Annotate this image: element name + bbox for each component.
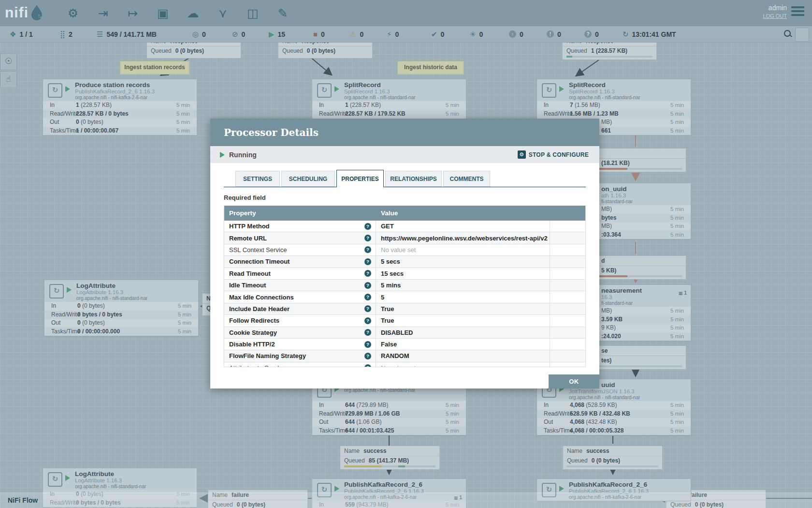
property-row[interactable]: FlowFile Naming Strategy?RANDOM <box>224 350 585 362</box>
logout-link[interactable]: LOG OUT <box>763 13 787 19</box>
help-icon[interactable]: ? <box>364 235 371 241</box>
connection-queued: 0 (0 bytes) <box>175 47 204 54</box>
processor-node[interactable]: ↻Produce station recordsPublishKafkaReco… <box>43 79 197 135</box>
property-value[interactable]: 5 <box>376 294 384 301</box>
canvas-label[interactable]: Ingest historic data <box>397 61 464 75</box>
processor-title: uuid <box>601 381 640 388</box>
stopped-icon: ■ <box>313 30 318 38</box>
status-count: 0 <box>557 30 561 38</box>
property-value[interactable]: 5 mins <box>376 282 401 289</box>
refresh-status[interactable]: ↻ 13:01:41 GMT <box>623 26 676 42</box>
processor-type: LogAttribute 1.16.3 <box>76 289 147 296</box>
property-value[interactable]: RANDOM <box>376 352 409 359</box>
help-icon[interactable]: ? <box>364 364 371 367</box>
tab-scheduling[interactable]: SCHEDULING <box>281 171 335 187</box>
processor-bundle: org.apache.nifi - nifi-standard-nar <box>76 296 147 301</box>
property-row[interactable]: SSL Context Service?No value set <box>224 244 585 256</box>
processor-type: JoltTransformJSON 1.16.3 <box>569 388 640 395</box>
nifi-drop-icon <box>30 5 43 20</box>
column-header-property: Property <box>224 209 376 217</box>
process-group-icon[interactable]: ▣ <box>156 6 170 20</box>
property-value[interactable]: True <box>376 305 394 313</box>
property-value[interactable]: GET <box>376 223 394 230</box>
tab-comments[interactable]: COMMENTS <box>443 171 490 187</box>
status-item-transmitting: ◎0 <box>192 26 206 42</box>
property-value[interactable]: https://www.pegelonline.wsv.de/webservic… <box>376 235 548 242</box>
processor-stat-row: Read/Write729.89 MB / 1.06 GB5 min <box>312 410 466 418</box>
label-icon[interactable]: ✎ <box>276 6 290 20</box>
help-icon[interactable]: ? <box>364 246 371 253</box>
property-row[interactable]: Attributes to Send?No value set <box>224 362 585 367</box>
properties-table: Property Value HTTP Method?GETRemote URL… <box>224 206 586 367</box>
property-value[interactable]: 5 secs <box>376 258 400 265</box>
property-row[interactable]: Idle Timeout?5 mins <box>224 280 585 291</box>
status-bar-square-button[interactable] <box>795 28 809 42</box>
app-header: nifi ⚙⇥↦▣☁⋎◫✎ admin LOG OUT <box>0 0 812 26</box>
status-item-running: ▶15 <box>269 26 285 42</box>
search-button[interactable] <box>784 30 792 38</box>
help-icon[interactable]: ? <box>364 270 371 277</box>
property-row[interactable]: Connection Timeout?5 secs <box>224 256 585 268</box>
funnel-icon[interactable]: ⋎ <box>216 6 230 20</box>
connection-label[interactable]: NamesuccessQueued0 (0 bytes) <box>563 446 663 470</box>
processor-bundle: org.apache.nifi - nifi-standard-nar <box>344 95 415 101</box>
help-icon[interactable]: ? <box>364 329 371 336</box>
property-value[interactable]: No value set <box>376 364 416 367</box>
property-name: Follow Redirects <box>224 317 279 324</box>
template-icon[interactable]: ◫ <box>246 6 260 20</box>
navigate-palette-button[interactable]: ☉ <box>0 53 17 70</box>
property-row[interactable]: Read Timeout?15 secs <box>224 268 585 280</box>
breadcrumb-bar: NiFi Flow <box>0 493 812 508</box>
processor-type: SplitRecord 1.16.3 <box>569 89 640 95</box>
property-row[interactable]: Disable HTTP/2?False <box>224 339 585 350</box>
help-icon[interactable]: ? <box>364 317 371 324</box>
input-port-icon[interactable]: ⇥ <box>96 6 110 20</box>
property-row[interactable]: Follow Redirects?True <box>224 315 585 327</box>
property-row[interactable]: Include Date Header?True <box>224 303 585 315</box>
property-value[interactable]: DISABLED <box>376 329 413 336</box>
status-item-active-threads: ⣿2 <box>60 26 72 42</box>
help-icon[interactable]: ? <box>364 341 371 348</box>
processor-node[interactable]: ↻LogAttributeLogAttribute 1.16.3org.apac… <box>44 280 199 336</box>
tab-properties[interactable]: PROPERTIES <box>336 170 384 187</box>
global-menu-button[interactable] <box>791 6 804 18</box>
property-value[interactable]: No value set <box>376 246 416 254</box>
help-icon[interactable]: ? <box>364 223 371 230</box>
help-icon[interactable]: ? <box>364 294 371 300</box>
property-row[interactable]: Max Idle Connections?5 <box>224 291 585 303</box>
property-row[interactable]: Cookie Strategy?DISABLED <box>224 327 585 339</box>
hand-icon: ☝ <box>6 75 11 84</box>
property-value[interactable]: 15 secs <box>376 270 404 277</box>
status-count: 0 <box>520 30 523 38</box>
tab-relationships[interactable]: RELATIONSHIPS <box>385 171 442 187</box>
processor-icon[interactable]: ⚙ <box>66 6 80 20</box>
help-icon[interactable]: ? <box>364 282 371 289</box>
ok-button[interactable]: OK <box>549 374 599 388</box>
canvas-label[interactable]: Ingest station records <box>120 61 189 75</box>
help-icon[interactable]: ? <box>364 353 371 359</box>
property-value[interactable]: True <box>376 317 394 324</box>
property-row[interactable]: HTTP Method?GET <box>224 221 585 232</box>
property-name: FlowFile Naming Strategy <box>224 352 306 359</box>
processor-icon: ↻ <box>48 83 62 98</box>
output-port-icon[interactable]: ↦ <box>126 6 140 20</box>
connection-name: se <box>601 347 608 354</box>
processor-stat-row: Tasks/Time4,068 / 00:00:05.3285 min <box>537 427 691 435</box>
breadcrumb[interactable]: NiFi Flow <box>8 496 38 504</box>
property-value[interactable]: False <box>376 341 397 348</box>
property-row[interactable]: Remote URL?https://www.pegelonline.wsv.d… <box>224 232 585 244</box>
connection-name: success <box>586 448 609 454</box>
remote-process-group-icon[interactable]: ☁ <box>186 6 200 20</box>
connection-name: success <box>363 448 386 454</box>
tab-settings[interactable]: SETTINGS <box>235 171 280 187</box>
connection-label[interactable]: NamesuccessQueued85 (141.37 MB) <box>340 446 440 470</box>
help-icon[interactable]: ? <box>364 258 371 265</box>
processor-bundle: fi-standard-nar <box>601 300 642 306</box>
refresh-icon[interactable]: ↻ <box>623 30 629 39</box>
processor-title: neasurement <box>601 287 642 294</box>
invalid-icon: ⚠ <box>350 30 356 39</box>
help-icon[interactable]: ? <box>364 305 371 312</box>
stop-and-configure-button[interactable]: ⚙ STOP & CONFIGURE <box>518 150 589 159</box>
status-item-up-to-date: ✔0 <box>431 26 444 42</box>
operate-palette-button[interactable]: ☝ <box>0 71 17 88</box>
